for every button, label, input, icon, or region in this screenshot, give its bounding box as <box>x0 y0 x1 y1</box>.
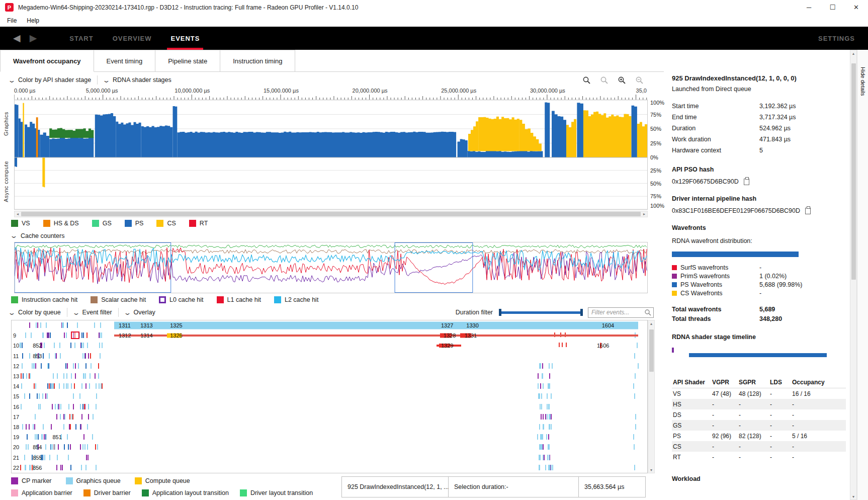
event-row-number: 10 <box>13 343 19 349</box>
zoom-out-icon[interactable] <box>635 76 644 85</box>
event-row[interactable]: 19851 <box>12 432 647 442</box>
event-row[interactable]: 12 <box>12 361 647 371</box>
wavefront-occupancy-chart[interactable] <box>14 100 648 210</box>
event-label: 1325 <box>170 322 182 328</box>
scrollbar-thumb[interactable] <box>851 63 856 280</box>
nav-item-start[interactable]: START <box>60 27 103 50</box>
compute-queue-legend: Compute queue <box>135 477 190 484</box>
duration-filter-max-handle[interactable] <box>580 309 583 316</box>
queue-legend-row-2: Application barrierDriver barrierApplica… <box>11 489 313 496</box>
cache-counters-chart[interactable] <box>14 242 648 293</box>
tab-pipeline-state[interactable]: Pipeline state <box>155 50 220 71</box>
scroll-up-icon[interactable]: ▴ <box>850 50 856 56</box>
duration-filter-slider[interactable] <box>499 308 583 316</box>
event-row[interactable]: 131113131325132713301604 <box>12 320 647 330</box>
shader-table-cell: - <box>770 454 792 461</box>
events-timeline[interactable]: 1311131313251327133016049131213141326132… <box>11 320 648 473</box>
shader-table-cell: - <box>712 443 739 450</box>
zoom-to-selection-icon[interactable] <box>582 76 591 85</box>
duration-filter-label: Duration filter <box>456 309 493 316</box>
event-row[interactable]: 20854 <box>12 442 647 452</box>
event-tick <box>40 404 41 409</box>
event-tick <box>52 444 53 450</box>
event-tick <box>542 363 543 369</box>
event-tick <box>26 424 27 430</box>
time-ruler[interactable]: 0.000 µs5,000.000 µs10,000.000 µs15,000.… <box>14 88 648 100</box>
cache-counters-header[interactable]: ⌄ Cache counters <box>11 232 64 239</box>
event-tick <box>65 363 66 369</box>
zoom-reset-icon[interactable] <box>600 76 609 85</box>
event-tick <box>72 414 73 420</box>
scroll-right-icon[interactable]: ▸ <box>641 211 647 217</box>
minimize-icon[interactable]: ─ <box>797 0 821 15</box>
event-tick <box>538 393 539 399</box>
event-tick <box>539 465 540 470</box>
event-tick <box>28 444 29 450</box>
selected-event-box[interactable] <box>71 331 79 339</box>
back-icon[interactable]: ◀ <box>13 27 21 50</box>
event-bar[interactable] <box>114 335 638 337</box>
menu-item-file[interactable]: File <box>2 16 22 26</box>
hide-details-toggle[interactable]: Hide details <box>857 50 868 500</box>
event-row-number: 13 <box>13 373 19 379</box>
events-v-scrollbar[interactable]: ▴ ▾ <box>648 320 655 473</box>
l0-cache-hit-legend: L0 cache hit <box>159 296 203 303</box>
scrollbar-thumb[interactable] <box>649 329 654 372</box>
shader-table-cell: - <box>770 411 792 419</box>
event-row[interactable]: 22856 <box>12 463 647 473</box>
overlay-dropdown[interactable]: ⌄ Overlay <box>119 309 161 316</box>
event-tick <box>47 383 48 389</box>
y-axis-label: 75% <box>650 193 661 199</box>
duration-filter-min-handle[interactable] <box>499 309 501 316</box>
menu-item-help[interactable]: Help <box>22 16 44 26</box>
event-row[interactable]: 1085213291606 <box>12 341 647 351</box>
event-filter-dropdown[interactable]: ⌄ Event filter <box>67 309 118 316</box>
queue-legend-row-1: CP markerGraphics queueCompute queue <box>11 477 190 484</box>
cache-counters-label: Cache counters <box>21 232 65 239</box>
event-tick <box>88 353 89 359</box>
nav-item-settings[interactable]: SETTINGS <box>818 35 855 42</box>
tab-wavefront-occupancy[interactable]: Wavefront occupancy <box>0 50 94 72</box>
event-row[interactable]: 16 <box>12 402 647 412</box>
event-row[interactable]: 913121314132613281331 <box>12 330 647 341</box>
nav-item-overview[interactable]: OVERVIEW <box>103 27 161 50</box>
event-row[interactable]: 15 <box>12 391 647 401</box>
close-icon[interactable]: ✕ <box>844 0 868 15</box>
scrollbar-thumb[interactable] <box>21 212 641 216</box>
event-tick <box>54 444 55 450</box>
maximize-icon[interactable]: ☐ <box>821 0 844 15</box>
forward-icon[interactable]: ▶ <box>30 27 37 50</box>
event-tick <box>84 404 85 409</box>
rdna-shader-stages-dropdown[interactable]: ⌄ RDNA shader stages <box>98 76 178 84</box>
copy-icon[interactable] <box>744 179 749 185</box>
color-by-queue-dropdown[interactable]: ⌄ Color by queue <box>3 309 67 316</box>
driver-layout-transition-legend: Driver layout transition <box>240 489 313 496</box>
event-tick <box>549 414 550 420</box>
occupancy-h-scrollbar[interactable]: ◂ ▸ <box>14 211 648 217</box>
scroll-left-icon[interactable]: ◂ <box>15 211 21 217</box>
event-label: 1312 <box>119 332 131 339</box>
event-row[interactable]: 13 <box>12 371 647 381</box>
scroll-up-icon[interactable]: ▴ <box>648 320 654 326</box>
event-bar[interactable] <box>114 322 638 329</box>
tab-event-timing[interactable]: Event timing <box>94 50 156 71</box>
copy-icon[interactable] <box>805 208 811 214</box>
event-row[interactable]: 18 <box>12 422 647 432</box>
nav-item-events[interactable]: EVENTS <box>161 27 209 50</box>
event-tick <box>87 444 88 450</box>
scroll-down-icon[interactable]: ▾ <box>850 493 856 499</box>
event-row[interactable]: 17 <box>12 412 647 422</box>
color-by-api-shader-stage-dropdown[interactable]: ⌄ Color by API shader stage <box>3 76 97 84</box>
event-tick <box>549 465 550 470</box>
event-row[interactable]: 21855 <box>12 453 647 463</box>
ruler-tick-label: 30,000.000 µs <box>530 88 565 94</box>
details-v-scrollbar[interactable]: ▴ ▾ <box>850 50 857 500</box>
scroll-down-icon[interactable]: ▾ <box>648 467 654 473</box>
event-tick <box>40 322 41 328</box>
event-row[interactable]: 14 <box>12 381 647 391</box>
zoom-in-icon[interactable] <box>618 76 626 85</box>
event-row[interactable]: 11853 <box>12 351 647 361</box>
event-tick <box>37 322 38 328</box>
tab-instruction-timing[interactable]: Instruction timing <box>220 50 295 71</box>
event-tick <box>51 424 52 430</box>
